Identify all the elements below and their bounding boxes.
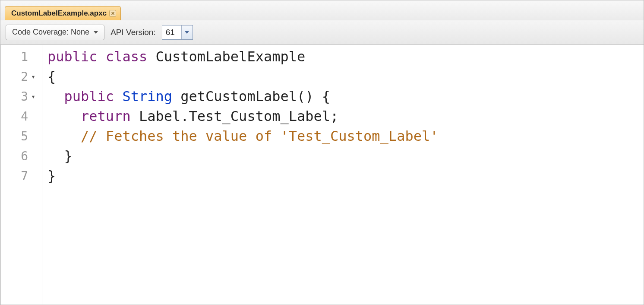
line-number: 3▾ bbox=[1, 86, 42, 106]
fold-icon[interactable]: ▾ bbox=[31, 73, 36, 81]
line-number: 5 bbox=[1, 126, 42, 146]
line-number: 7 bbox=[1, 166, 42, 186]
code-area[interactable]: public class CustomLabelExample{ public … bbox=[42, 45, 644, 305]
toolbar: Code Coverage: None API Version: bbox=[0, 20, 644, 44]
code-editor[interactable]: 1 2▾ 3▾ 4 5 6 7 public class CustomLabel… bbox=[0, 44, 644, 305]
line-number: 6 bbox=[1, 146, 42, 166]
close-icon[interactable]: ✕ bbox=[109, 10, 116, 17]
api-version-input[interactable] bbox=[162, 26, 181, 39]
tab-strip: CustomLabelExample.apxc ✕ bbox=[0, 0, 644, 20]
line-number: 2▾ bbox=[1, 67, 42, 86]
fold-icon[interactable]: ▾ bbox=[31, 92, 36, 101]
code-line: } bbox=[47, 166, 644, 186]
code-line: public class CustomLabelExample bbox=[47, 47, 644, 67]
chevron-down-icon bbox=[94, 31, 98, 34]
editor-window: CustomLabelExample.apxc ✕ Code Coverage:… bbox=[0, 0, 644, 305]
api-version-dropdown-button[interactable] bbox=[181, 25, 193, 39]
tab-filename: CustomLabelExample.apxc bbox=[11, 9, 107, 18]
code-line: return Label.Test_Custom_Label; bbox=[47, 106, 644, 126]
api-version-label: API Version: bbox=[110, 28, 156, 37]
line-number: 4 bbox=[1, 106, 42, 126]
code-line: public String getCustomLabel() { bbox=[47, 86, 644, 106]
code-line: // Fetches the value of 'Test_Custom_Lab… bbox=[47, 126, 644, 146]
api-version-select[interactable] bbox=[162, 25, 193, 40]
code-coverage-dropdown[interactable]: Code Coverage: None bbox=[6, 25, 104, 40]
line-number: 1 bbox=[1, 47, 42, 67]
code-line: } bbox=[47, 146, 644, 166]
code-line: { bbox=[47, 67, 644, 86]
tab-file[interactable]: CustomLabelExample.apxc ✕ bbox=[5, 6, 121, 20]
chevron-down-icon bbox=[185, 31, 189, 34]
code-coverage-label: Code Coverage: None bbox=[12, 28, 89, 37]
gutter: 1 2▾ 3▾ 4 5 6 7 bbox=[1, 45, 42, 305]
